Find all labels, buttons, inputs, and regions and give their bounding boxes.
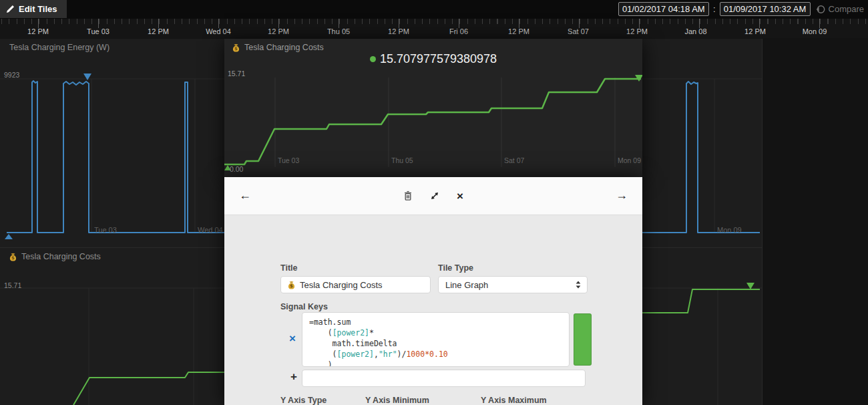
expand-tile-button[interactable]	[429, 190, 441, 202]
pencil-icon	[6, 5, 15, 13]
latest-value-text: 15.707977579380978	[380, 52, 497, 66]
compare-label: Compare	[829, 4, 864, 14]
tile-title-text: Tesla Charging Energy (W)	[9, 43, 110, 52]
modal-toolbar: ←	[224, 177, 642, 215]
x-axis-label: Tue 03	[94, 226, 117, 234]
timeline-label: 12 PM	[626, 27, 648, 35]
signal-keys-field-label: Signal Keys	[280, 302, 328, 311]
code-token: [power2]	[333, 328, 369, 338]
timeline-label: 12 PM	[148, 27, 169, 35]
timeline-label: 12 PM	[388, 27, 409, 35]
tile-title-text: Tesla Charging Costs	[21, 252, 101, 261]
code-token: 1000*0.10	[406, 350, 447, 359]
tile-type-field-label: Tile Type	[438, 263, 473, 273]
compare-clock-icon	[816, 5, 825, 14]
tile-type-select[interactable]: Line Graph	[438, 276, 588, 293]
series-line	[224, 79, 641, 164]
timeline-label: Sat 07	[568, 27, 589, 35]
tile-grid: Tesla Charging Energy (W) 9923 Tue 03Wed…	[0, 38, 868, 405]
new-signal-key-input[interactable]	[302, 370, 586, 387]
x-axis-label: Thu 05	[391, 156, 413, 164]
title-input-value: Tesla Charging Costs	[300, 280, 383, 290]
code-token: )/	[397, 350, 407, 359]
time-range-controls: : Compare	[618, 2, 865, 16]
y-axis-min-label: 0.00	[230, 165, 243, 173]
previous-tile-button[interactable]: ←	[238, 187, 252, 204]
tile-edit-modal: ←	[224, 177, 642, 405]
select-spinner-icon	[576, 281, 581, 289]
remove-signal-key-button[interactable]: ×	[285, 332, 300, 345]
expanded-tile-title: Tesla Charging Costs	[244, 43, 324, 52]
trash-icon	[403, 190, 413, 201]
y-axis-max-label: 15.71	[228, 70, 245, 78]
money-bag-icon: $	[232, 43, 240, 52]
x-axis-label: Wed 04	[198, 226, 223, 234]
timeline-label: Fri 06	[449, 27, 468, 35]
svg-text:$: $	[234, 46, 238, 51]
compare-button[interactable]: Compare	[815, 4, 865, 14]
y-axis-max-field-label: Y Axis Maximum	[481, 396, 547, 405]
series-color-dot	[370, 56, 376, 62]
timeline-ruler[interactable]: 12 PMTue 0312 PMWed 0412 PMThu 0512 PMFr…	[0, 19, 868, 39]
x-axis-label: Mon 09	[717, 226, 742, 234]
code-token: "hr"	[379, 350, 397, 359]
modal-toolbar-actions: ×	[402, 177, 465, 215]
money-bag-icon: $	[9, 253, 17, 261]
title-field-label: Title	[280, 263, 297, 273]
latest-value-readout: 15.707977579380978	[224, 52, 642, 66]
svg-text:$: $	[290, 283, 293, 289]
timeline-label: 12 PM	[268, 27, 289, 35]
signal-key-expression: =math.sum ([power2]* math.timeDelta ([po…	[302, 313, 569, 367]
timeline-label: Thu 05	[327, 27, 350, 35]
timeline-label: Mon 09	[803, 27, 827, 35]
y-axis-type-field-label: Y Axis Type	[280, 396, 327, 405]
timeline-label: 12 PM	[27, 27, 49, 35]
y-axis-max-label: 15.71	[4, 281, 21, 289]
timeline-label: Wed 04	[206, 27, 231, 35]
x-axis-label: Mon 09	[618, 156, 641, 164]
timeline-label: Jan 08	[684, 27, 706, 35]
code-token: ,	[374, 350, 379, 359]
close-modal-button[interactable]: ×	[455, 189, 465, 203]
svg-text:$: $	[11, 255, 15, 261]
x-axis-label: Sat 07	[504, 156, 524, 164]
timeline-label: 12 PM	[508, 27, 529, 35]
edit-tiles-button[interactable]: Edit Tiles	[0, 0, 67, 18]
signal-key-expression-editor[interactable]: =math.sum ([power2]* math.timeDelta ([po…	[302, 312, 570, 367]
dashboard-screen: Edit Tiles : Compare 12 PMTue 0312 PMWed…	[0, 0, 868, 405]
range-end-input[interactable]	[720, 2, 811, 16]
range-start-input[interactable]	[618, 2, 709, 16]
expand-icon	[430, 191, 439, 200]
range-separator: :	[713, 4, 716, 14]
y-axis-max-label: 9923	[4, 71, 19, 79]
timeline-label: Tue 03	[87, 27, 110, 35]
top-bar: Edit Tiles : Compare	[0, 0, 868, 19]
expanded-tile-header: $ Tesla Charging Costs	[232, 43, 324, 52]
title-input[interactable]: $ Tesla Charging Costs	[280, 276, 431, 293]
timeline-label: 12 PM	[744, 27, 766, 35]
y-axis-min-field-label: Y Axis Minimum	[365, 396, 429, 405]
delete-tile-button[interactable]	[402, 189, 414, 202]
series-color-swatch[interactable]	[574, 313, 592, 366]
x-axis-label: Tue 03	[278, 156, 299, 164]
expanded-tile-tesla-charging-costs[interactable]: $ Tesla Charging Costs 15.70797757938097…	[224, 39, 642, 177]
code-token: [power2]	[337, 350, 374, 359]
money-bag-icon: $	[288, 281, 295, 289]
add-signal-key-button[interactable]: +	[286, 370, 301, 383]
next-tile-button[interactable]: →	[614, 187, 629, 204]
tile-title: $ Tesla Charging Costs	[9, 252, 101, 261]
tile-title: Tesla Charging Energy (W)	[9, 43, 110, 52]
modal-body: Title $ Tesla Charging Costs Tile Type L…	[224, 215, 642, 405]
tile-type-value: Line Graph	[445, 280, 488, 290]
code-token: )	[309, 360, 333, 367]
extremum-marker-icon	[5, 234, 13, 239]
edit-tiles-label: Edit Tiles	[19, 4, 57, 14]
